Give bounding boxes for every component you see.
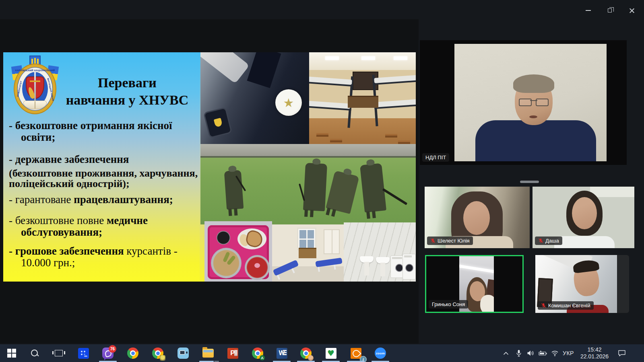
tray-time: 15:42: [587, 346, 601, 354]
participant-name-label: Гринько Соня: [429, 300, 468, 309]
window: [297, 228, 316, 250]
taskbar-app-chrome-4[interactable]: [297, 344, 315, 362]
taskbar-app-powerpoint[interactable]: P: [223, 344, 242, 362]
powerpoint-icon: P: [227, 348, 238, 359]
dorm-room-photo: [272, 224, 344, 282]
taskbar-file-explorer[interactable]: [199, 344, 217, 362]
chevron-up-icon: [503, 352, 509, 355]
minimize-icon: [586, 10, 591, 11]
minimize-button[interactable]: [579, 4, 597, 17]
slide-title: Переваги навчання у ХНУВС: [59, 74, 196, 109]
bullet-medical: - безкоштовне повне медичне обслуговуван…: [9, 215, 192, 238]
bullet-employment: - гарантоване працевлаштування;: [9, 194, 192, 206]
tray-microphone-button[interactable]: [514, 344, 524, 362]
tray-volume-button[interactable]: [525, 344, 536, 362]
tray-expand-button[interactable]: [501, 344, 511, 362]
chrome-profile-badge: [160, 355, 165, 361]
microphone-icon: [516, 350, 522, 357]
participant-name-label: Шелест Юлія: [427, 237, 473, 245]
battery-charging-icon: [539, 350, 547, 356]
restore-button[interactable]: [601, 4, 619, 17]
sink: [376, 257, 390, 263]
word-icon: W: [277, 348, 287, 359]
tray-date: 22.01.2026: [580, 353, 609, 360]
desktop: ХАРКІВСЬКИЙ НАЦІОНАЛЬНИЙ УНІВЕРСИТЕТ ВНУ…: [0, 0, 644, 362]
notification-bubble-icon: [618, 350, 626, 357]
search-button[interactable]: [25, 344, 44, 362]
wifi-icon: [551, 350, 559, 356]
taskbar-app-heart[interactable]: ♥: [322, 344, 340, 362]
taskbar-app-chrome-2[interactable]: [149, 344, 167, 362]
taskbar-app-chrome-3[interactable]: A: [248, 344, 267, 362]
canteen-food-photo: [204, 221, 272, 282]
video-tile-speaker[interactable]: НДЛ ПІТ: [420, 40, 627, 165]
video-tile-shelest[interactable]: Шелест Юлія: [425, 187, 530, 248]
washing-machine: [402, 254, 416, 280]
taskbar-app-zoom[interactable]: zoom: [371, 344, 390, 362]
sink: [360, 256, 374, 263]
video-tile-komyshan[interactable]: Комишан Євгеній: [535, 255, 629, 313]
chrome-icon: [127, 348, 138, 359]
video-tile-hrynko-active-speaker[interactable]: Гринько Соня: [425, 255, 524, 313]
taskbar-app-word[interactable]: W: [272, 344, 291, 362]
muted-mic-icon: [538, 238, 543, 243]
shoulder-patch: [203, 107, 232, 138]
food-tray: [208, 225, 269, 279]
presentation-slide: ХАРКІВСЬКИЙ НАЦІОНАЛЬНИЙ УНІВЕРСИТЕТ ВНУ…: [3, 52, 416, 282]
ceiling-light: [459, 264, 494, 274]
training-field-photo: [200, 144, 416, 224]
taskbar-app-screenshare[interactable]: [174, 344, 192, 362]
muted-mic-icon: [541, 303, 546, 308]
participant-name-label: Даша: [535, 237, 562, 245]
speaker-video-feed: [454, 44, 607, 161]
soldier-figure: [224, 170, 244, 210]
participant-name-label: Комишан Євгеній: [538, 301, 594, 310]
bullet-free-education: - безкоштовне отримання якісної освіти;: [9, 120, 192, 143]
bunk-bed: [309, 73, 353, 128]
chrome-profile-badge: A: [260, 355, 265, 360]
tray-language-switcher[interactable]: УКР: [560, 344, 576, 362]
taskbar-app-viber[interactable]: 76: [99, 344, 117, 362]
tray-network-button[interactable]: [549, 344, 560, 362]
task-view-icon: [55, 350, 63, 356]
taskbar: 76 3 P A W ♥ i zoom: [0, 344, 644, 362]
close-button[interactable]: [623, 4, 641, 17]
blue-bench: [315, 257, 342, 267]
chrome-avatar-badge: [308, 355, 314, 361]
police-officer-photo: ★: [200, 52, 309, 146]
viber-notification-badge: 76: [109, 345, 116, 353]
glasses: [519, 99, 549, 105]
gallery-drag-handle[interactable]: [520, 181, 539, 183]
taskbar-app-blue[interactable]: [74, 344, 93, 362]
soldier-figure: [360, 163, 386, 213]
action-center-button[interactable]: [615, 344, 629, 362]
dormitory-photo: [309, 52, 416, 148]
bullet-salary: - грошове забезпечення курсантів - 10.00…: [9, 245, 192, 269]
bullet-state-support-detail: (безкоштовне проживання, харчування, пол…: [9, 168, 198, 189]
slide-text-panel: ХАРКІВСЬКИЙ НАЦІОНАЛЬНИЙ УНІВЕРСИТЕТ ВНУ…: [3, 52, 200, 282]
muted-mic-icon: [430, 238, 436, 243]
language-label: УКР: [563, 350, 574, 356]
participant-name-label: НДЛ ПІТ: [422, 153, 449, 162]
green-heart-icon: ♥: [326, 348, 336, 359]
windows-logo-icon: [7, 349, 16, 358]
shared-screen-area: ХАРКІВСЬКИЙ НАЦІОНАЛЬНИЙ УНІВЕРСИТЕТ ВНУ…: [0, 19, 419, 343]
close-icon: [629, 8, 635, 13]
bunk-bed: [372, 72, 416, 126]
display-app-icon: [178, 348, 189, 359]
folder-icon: [202, 349, 214, 358]
slide-photo-collage: ★: [200, 52, 416, 282]
task-view-button[interactable]: [50, 344, 68, 362]
restore-icon: [608, 8, 612, 12]
taskbar-app-info[interactable]: i: [347, 344, 365, 362]
start-button[interactable]: [2, 344, 21, 362]
tray-clock[interactable]: 15:42 22.01.2026: [577, 344, 612, 362]
video-tile-dasha[interactable]: Даша: [533, 187, 634, 248]
laundry-bathroom-photo: [344, 222, 416, 282]
tray-battery-button[interactable]: [537, 344, 549, 362]
speaker-icon: [527, 350, 535, 356]
soldier-figure: [326, 171, 359, 214]
university-emblem: ХАРКІВСЬКИЙ НАЦІОНАЛЬНИЙ УНІВЕРСИТЕТ ВНУ…: [11, 56, 59, 117]
soldier-figure: [303, 163, 327, 212]
taskbar-app-chrome-1[interactable]: 3: [124, 344, 142, 362]
